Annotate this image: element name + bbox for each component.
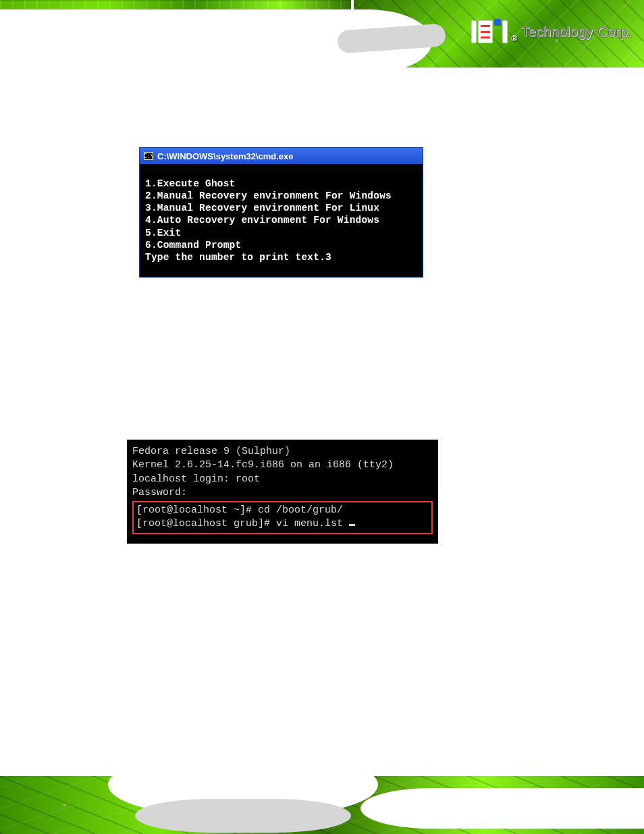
brand-mark-icon xyxy=(471,20,508,43)
cmd-line: 6.Command Prompt xyxy=(145,239,417,251)
cmd-title: C:\WINDOWS\system32\cmd.exe xyxy=(157,151,294,161)
linux-terminal: Fedora release 9 (Sulphur) Kernel 2.6.25… xyxy=(127,440,438,544)
linux-line: [root@localhost grub]# vi menu.lst xyxy=(136,517,429,531)
swoosh-grey-bottom xyxy=(135,799,351,833)
linux-line: Password: xyxy=(132,486,433,500)
swoosh-white-bottom-right xyxy=(360,788,644,829)
cmd-line: 5.Exit xyxy=(145,227,417,239)
linux-line: Kernel 2.6.25-14.fc9.i686 on an i686 (tt… xyxy=(132,459,433,472)
cmd-titlebar: C:\ C:\WINDOWS\system32\cmd.exe xyxy=(140,148,423,164)
cmd-line: 1.Execute Ghost xyxy=(145,178,417,190)
cmd-body: 1.Execute Ghost 2.Manual Recovery enviro… xyxy=(140,164,423,277)
header-band: ® Technology Corp. xyxy=(0,0,644,74)
registered-mark: ® xyxy=(512,34,518,43)
linux-line: Fedora release 9 (Sulphur) xyxy=(132,445,433,459)
brand-logo: ® Technology Corp. xyxy=(471,20,633,43)
cmd-window: C:\ C:\WINDOWS\system32\cmd.exe 1.Execut… xyxy=(139,147,423,278)
cmd-line: 3.Manual Recovery environment For Linux xyxy=(145,202,417,214)
cmd-line: 2.Manual Recovery environment For Window… xyxy=(145,190,417,202)
cursor-icon xyxy=(349,524,355,526)
linux-highlight-box: [root@localhost ~]# cd /boot/grub/ [root… xyxy=(132,501,433,534)
cmd-line: 4.Auto Recovery environment For Windows xyxy=(145,214,417,226)
cmd-icon: C:\ xyxy=(144,152,153,160)
linux-line: [root@localhost ~]# cd /boot/grub/ xyxy=(136,504,429,517)
footer-band xyxy=(0,776,644,834)
cmd-line: Type the number to print text.3 xyxy=(145,251,417,263)
brand-tagline: Technology Corp. xyxy=(521,24,632,40)
linux-line: localhost login: root xyxy=(132,473,433,486)
